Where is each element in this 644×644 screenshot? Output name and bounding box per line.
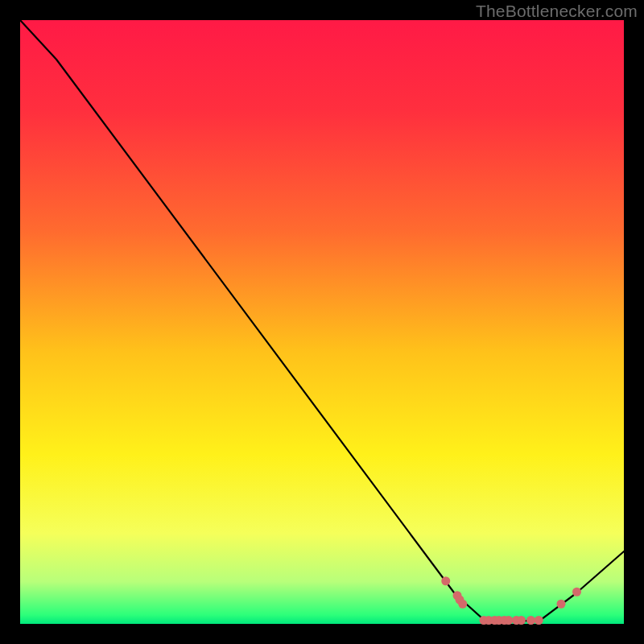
marker-dot <box>526 616 535 625</box>
marker-dot <box>572 588 581 597</box>
chart-canvas: TheBottlenecker.com <box>0 0 644 644</box>
marker-dot <box>504 616 513 625</box>
chart-svg <box>0 0 644 644</box>
watermark-label: TheBottlenecker.com <box>476 2 638 21</box>
marker-dot <box>458 600 467 609</box>
gradient-background <box>20 20 624 624</box>
marker-dot <box>441 576 450 585</box>
marker-dot <box>535 616 543 625</box>
marker-dot <box>517 616 526 625</box>
marker-dot <box>557 600 566 609</box>
